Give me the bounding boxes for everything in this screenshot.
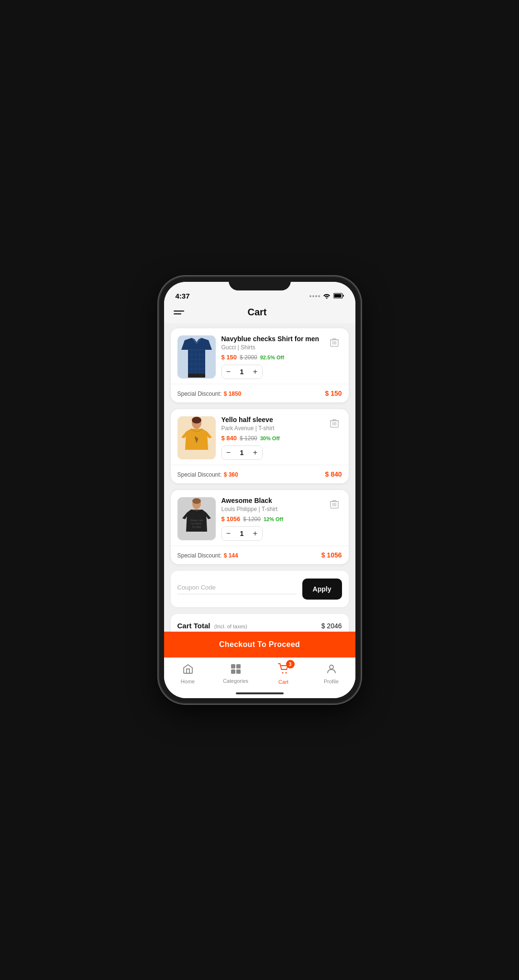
phone-screen: 4:37 Cart [164, 282, 355, 698]
nav-categories-label: Categories [223, 678, 248, 684]
nav-cart[interactable]: 3 Cart [260, 658, 308, 687]
item-image-2 [177, 416, 216, 459]
menu-line-2 [174, 313, 181, 314]
cart-item-top-1: Navyblue checks Shirt for men Gucci | Sh… [171, 328, 349, 384]
item-pricing-1: $ 150 $ 2000 92.5% Off [221, 354, 321, 361]
qty-value-1: 1 [235, 368, 249, 376]
discount-row-1: Special Discount: $ 1850 [177, 389, 242, 398]
cart-icon: 3 [277, 663, 290, 678]
scroll-content[interactable]: Navyblue checks Shirt for men Gucci | Sh… [164, 323, 355, 632]
wifi-icon [323, 292, 331, 300]
nav-categories[interactable]: Categories [212, 659, 260, 686]
checkout-button[interactable]: Checkout To Proceed [164, 632, 355, 657]
status-time: 4:37 [176, 292, 190, 300]
discount-label-1: Special Discount: [177, 390, 222, 397]
qty-control-3: − 1 + [221, 526, 263, 541]
item-info-2: Yello half sleeve Park Avenue | T-shirt … [221, 416, 321, 460]
battery-icon [333, 293, 344, 300]
svg-rect-13 [188, 374, 205, 378]
delete-btn-3[interactable] [327, 497, 342, 512]
qty-plus-2[interactable]: + [249, 446, 262, 459]
item-total-1: $ 150 [325, 390, 342, 397]
discount-amount-3: $ 144 [224, 552, 238, 559]
menu-line-1 [174, 311, 184, 312]
nav-home[interactable]: Home [164, 658, 212, 686]
item-price-original-3: $ 1200 [243, 516, 261, 523]
cart-item-1: Navyblue checks Shirt for men Gucci | Sh… [171, 328, 349, 402]
item-name-2: Yello half sleeve [221, 416, 321, 423]
svg-text:but Worth: but Worth [191, 522, 202, 525]
nav-profile[interactable]: Profile [308, 658, 355, 686]
coupon-section: Coupon Code Apply [171, 571, 349, 607]
discount-row-3: Special Discount: $ 144 [177, 551, 238, 559]
svg-rect-47 [236, 669, 241, 674]
status-icons [309, 292, 344, 300]
app-header: Cart [164, 303, 355, 323]
item-name-1: Navyblue checks Shirt for men [221, 335, 321, 343]
nav-profile-label: Profile [324, 679, 339, 684]
qty-control-2: − 1 + [221, 445, 263, 460]
delete-btn-2[interactable] [327, 416, 342, 431]
qty-minus-3[interactable]: − [222, 527, 235, 540]
svg-point-49 [285, 672, 287, 674]
svg-text:the Wait: the Wait [192, 525, 201, 528]
item-brand-3: Louis Philippe | T-shirt [221, 506, 321, 512]
svg-rect-46 [231, 669, 235, 674]
item-price-off-3: 12% Off [264, 516, 283, 522]
cart-total-label: Cart Total (Incl. of taxes) [177, 622, 247, 630]
qty-control-1: − 1 + [221, 365, 263, 379]
item-bottom-2: Special Discount: $ 360 $ 840 [171, 465, 349, 483]
categories-icon [231, 664, 241, 677]
qty-minus-1[interactable]: − [222, 365, 235, 379]
item-pricing-3: $ 1056 $ 1200 12% Off [221, 515, 321, 523]
profile-icon [326, 663, 337, 678]
item-price-current-1: $ 150 [221, 354, 237, 361]
phone-frame: 4:37 Cart [159, 277, 360, 703]
svg-point-21 [192, 417, 201, 423]
apply-button[interactable]: Apply [302, 579, 342, 600]
svg-rect-45 [236, 664, 241, 668]
item-name-3: Awesome Black [221, 497, 321, 504]
item-brand-1: Gucci | Shirts [221, 344, 321, 351]
item-pricing-2: $ 840 $ 1200 30% Off [221, 434, 321, 442]
item-brand-2: Park Avenue | T-shirt [221, 425, 321, 432]
delete-btn-1[interactable] [327, 335, 342, 350]
nav-cart-label: Cart [278, 679, 288, 685]
item-price-off-1: 92.5% Off [260, 355, 284, 360]
item-image-3: Always Late but Worth the Wait [177, 497, 216, 540]
cart-item-2: Yello half sleeve Park Avenue | T-shirt … [171, 409, 349, 483]
cart-item-top-2: Yello half sleeve Park Avenue | T-shirt … [171, 409, 349, 465]
coupon-label: Coupon Code [177, 584, 297, 591]
svg-point-48 [282, 672, 283, 674]
qty-value-3: 1 [235, 530, 249, 537]
qty-minus-2[interactable]: − [222, 446, 235, 459]
item-price-current-2: $ 840 [221, 434, 237, 442]
qty-plus-1[interactable]: + [249, 365, 262, 379]
discount-amount-1: $ 1850 [224, 390, 242, 397]
cart-total-row: Cart Total (Incl. of taxes) $ 2046 [177, 622, 342, 630]
signal-dots [309, 295, 320, 297]
svg-rect-1 [334, 294, 341, 297]
item-price-original-2: $ 1200 [240, 435, 257, 442]
item-bottom-1: Special Discount: $ 1850 $ 150 [171, 384, 349, 402]
qty-plus-3[interactable]: + [249, 527, 262, 540]
discount-label-3: Special Discount: [177, 552, 222, 559]
svg-point-50 [330, 665, 333, 669]
svg-point-32 [192, 498, 201, 504]
qty-value-2: 1 [235, 449, 249, 457]
totals-section: Cart Total (Incl. of taxes) $ 2046 Tax $… [171, 614, 349, 632]
cart-badge: 3 [286, 660, 295, 668]
item-image-1 [177, 335, 216, 379]
nav-home-label: Home [181, 679, 195, 684]
cart-item-3: Always Late but Worth the Wait Awesome B… [171, 490, 349, 564]
item-total-3: $ 1056 [321, 551, 342, 559]
svg-text:Always Late: Always Late [190, 519, 203, 522]
svg-rect-44 [231, 664, 235, 668]
home-indicator [164, 690, 355, 698]
item-price-original-1: $ 2000 [240, 354, 257, 361]
item-info-1: Navyblue checks Shirt for men Gucci | Sh… [221, 335, 321, 379]
item-bottom-3: Special Discount: $ 144 $ 1056 [171, 546, 349, 564]
menu-icon[interactable] [174, 311, 184, 314]
item-price-current-3: $ 1056 [221, 515, 241, 523]
discount-row-2: Special Discount: $ 360 [177, 470, 238, 479]
